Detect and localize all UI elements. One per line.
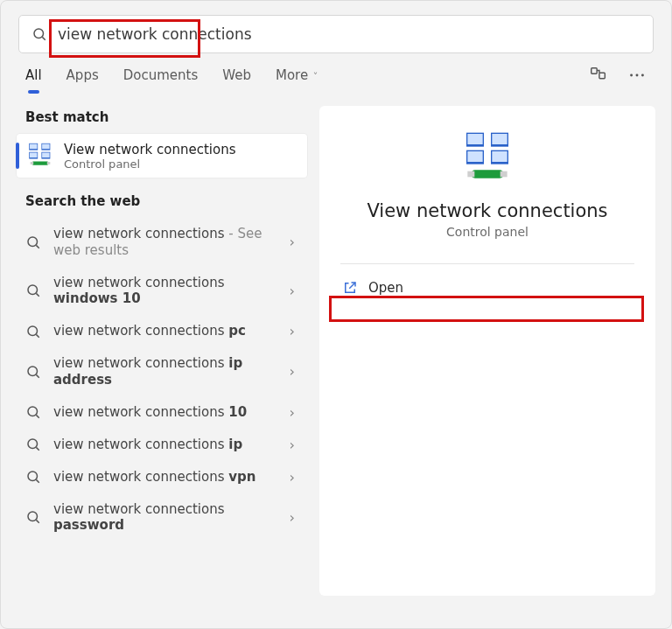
svg-rect-39 xyxy=(467,151,482,162)
open-button[interactable]: Open xyxy=(337,271,638,304)
tab-apps[interactable]: Apps xyxy=(66,62,99,88)
svg-rect-37 xyxy=(492,134,507,144)
svg-point-28 xyxy=(28,439,38,449)
recent-apps-icon[interactable] xyxy=(589,66,608,85)
search-input[interactable] xyxy=(58,25,640,43)
svg-point-0 xyxy=(34,29,44,38)
svg-point-18 xyxy=(28,237,38,247)
svg-rect-41 xyxy=(492,151,507,162)
ellipsis-icon[interactable] xyxy=(627,66,647,85)
chevron-right-icon: › xyxy=(286,323,298,339)
svg-line-23 xyxy=(36,334,38,337)
web-result-item[interactable]: view network connections - See web resul… xyxy=(17,218,307,267)
svg-rect-15 xyxy=(32,161,49,164)
search-icon xyxy=(32,26,47,42)
web-result-item[interactable]: view network connections ip› xyxy=(17,429,307,461)
web-result-text: view network connections password xyxy=(53,501,286,535)
chevron-right-icon: › xyxy=(286,234,298,250)
search-web-header: Search the web xyxy=(17,190,307,218)
svg-point-26 xyxy=(28,407,38,416)
svg-rect-16 xyxy=(31,162,34,164)
divider xyxy=(340,263,634,264)
web-results-list: view network connections - See web resul… xyxy=(17,218,307,542)
chevron-right-icon: › xyxy=(286,283,298,299)
web-result-item[interactable]: view network connections pc› xyxy=(17,315,307,347)
svg-rect-43 xyxy=(467,171,474,178)
svg-rect-42 xyxy=(471,170,503,178)
web-result-item[interactable]: view network connections ip address› xyxy=(17,347,307,396)
svg-point-32 xyxy=(28,512,38,521)
svg-rect-12 xyxy=(30,152,38,157)
web-result-text: view network connections pc xyxy=(53,323,286,339)
best-match-item[interactable]: View network connections Control panel xyxy=(17,134,307,178)
preview-panel: View network connections Control panel O… xyxy=(319,106,655,596)
svg-line-33 xyxy=(36,521,38,523)
web-result-item[interactable]: view network connections windows 10› xyxy=(17,267,307,316)
svg-point-24 xyxy=(28,367,38,376)
svg-point-6 xyxy=(641,74,644,77)
filter-tabs: All Apps Documents Web More ˅ xyxy=(1,62,671,88)
svg-line-19 xyxy=(36,245,38,248)
svg-point-22 xyxy=(28,326,38,336)
svg-point-4 xyxy=(630,74,633,77)
chevron-right-icon: › xyxy=(286,404,298,421)
open-external-icon xyxy=(342,280,358,296)
network-connections-icon xyxy=(25,141,55,171)
svg-point-30 xyxy=(28,472,38,481)
chevron-right-icon: › xyxy=(286,437,298,453)
svg-line-27 xyxy=(36,415,38,417)
web-result-text: view network connections - See web resul… xyxy=(53,226,286,259)
web-result-text: view network connections ip address xyxy=(53,355,286,388)
svg-rect-44 xyxy=(500,171,508,178)
web-result-item[interactable]: view network connections vpn› xyxy=(17,461,307,493)
chevron-right-icon: › xyxy=(286,509,298,526)
tab-all[interactable]: All xyxy=(25,62,42,88)
web-result-text: view network connections 10 xyxy=(53,404,286,421)
best-match-subtitle: Control panel xyxy=(64,157,236,171)
best-match-header: Best match xyxy=(17,106,307,134)
preview-subtitle: Control panel xyxy=(337,225,638,239)
svg-rect-17 xyxy=(47,162,51,164)
svg-line-21 xyxy=(36,294,38,297)
tab-documents[interactable]: Documents xyxy=(123,62,199,88)
svg-line-31 xyxy=(36,479,38,482)
web-result-text: view network connections ip xyxy=(53,437,286,453)
open-label: Open xyxy=(368,280,403,296)
chevron-right-icon: › xyxy=(286,363,298,380)
svg-point-20 xyxy=(28,285,38,295)
svg-line-25 xyxy=(36,374,38,377)
tab-more[interactable]: More ˅ xyxy=(276,62,318,88)
web-result-text: view network connections vpn xyxy=(53,469,286,486)
results-panel: Best match View network connections Cont… xyxy=(17,106,307,596)
svg-line-1 xyxy=(42,37,45,39)
svg-rect-2 xyxy=(592,68,597,73)
svg-line-29 xyxy=(36,447,38,450)
search-box[interactable] xyxy=(18,15,654,53)
chevron-down-icon: ˅ xyxy=(310,71,318,82)
svg-rect-8 xyxy=(30,144,38,150)
svg-rect-14 xyxy=(42,152,50,157)
tab-web[interactable]: Web xyxy=(222,62,251,88)
preview-title: View network connections xyxy=(337,200,638,221)
network-connections-icon xyxy=(459,130,515,186)
best-match-title: View network connections xyxy=(64,142,236,157)
svg-rect-10 xyxy=(42,144,50,150)
svg-rect-3 xyxy=(599,73,605,78)
web-result-text: view network connections windows 10 xyxy=(53,275,286,308)
svg-point-5 xyxy=(636,74,639,77)
chevron-right-icon: › xyxy=(286,469,298,486)
svg-rect-35 xyxy=(467,134,482,144)
web-result-item[interactable]: view network connections 10› xyxy=(17,396,307,429)
web-result-item[interactable]: view network connections password› xyxy=(17,493,307,542)
